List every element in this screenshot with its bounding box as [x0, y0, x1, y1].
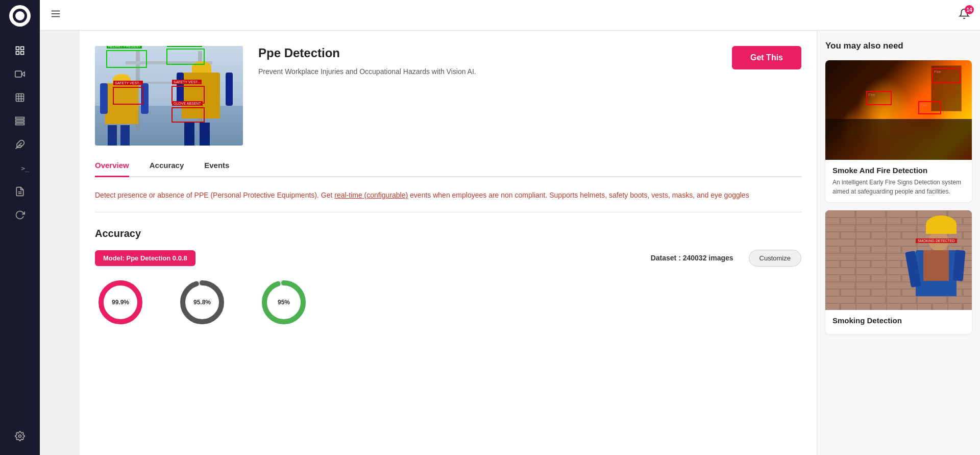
hamburger-button[interactable]	[50, 8, 61, 22]
sidebar-logo	[9, 5, 31, 27]
chart-item-3: 95%	[258, 277, 309, 328]
svg-rect-3	[21, 52, 24, 55]
suggestion-card-fire[interactable]: Fire Fire Fire Smoke And Fire Detection …	[825, 60, 972, 202]
accuracy-header: Model: Ppe Detection 0.0.8 Dataset : 240…	[95, 250, 801, 267]
main-area: HELMET PRESENT HELMET PRESENT SAFETY VES…	[80, 31, 980, 455]
worker-silhouette: SMOKING DETECTED	[900, 210, 972, 310]
svg-point-13	[19, 435, 21, 438]
dataset-info: Dataset : 240032 images	[651, 254, 733, 262]
sidebar-item-refresh[interactable]	[10, 205, 30, 225]
content-panel: HELMET PRESENT HELMET PRESENT SAFETY VES…	[80, 31, 817, 455]
logo-circle	[13, 9, 27, 23]
overview-text: Detect presence or absence of PPE (Perso…	[95, 189, 801, 212]
donut-1-label: 99.9%	[112, 299, 129, 306]
suggestion-1-name: Smoke And Fire Detection	[832, 166, 965, 175]
product-description: Prevent Workplace Injuries and Occupatio…	[258, 66, 717, 77]
tab-events[interactable]: Events	[204, 161, 229, 177]
sidebar-item-camera[interactable]	[10, 64, 30, 84]
tab-overview[interactable]: Overview	[95, 161, 129, 177]
chart-item-1: 99.9%	[95, 277, 146, 328]
suggestion-1-body: Smoke And Fire Detection An intelligent …	[825, 160, 972, 202]
realtime-link[interactable]: real-time (configurable)	[334, 191, 408, 199]
tab-accuracy[interactable]: Accuracy	[150, 161, 184, 177]
fire-box-2: Fire	[866, 91, 892, 105]
donut-1: 99.9%	[95, 277, 146, 328]
charts-row: 99.9% 95.8%	[95, 277, 801, 328]
chart-item-2: 95.8%	[177, 277, 228, 328]
product-info: Ppe Detection Prevent Workplace Injuries…	[258, 46, 717, 77]
svg-rect-4	[15, 71, 21, 77]
right-panel: You may also need Fire Fire Fire	[817, 31, 980, 455]
smoking-image: SMOKING DETECTED	[825, 210, 972, 310]
svg-rect-6	[16, 117, 24, 119]
svg-rect-5	[16, 94, 24, 102]
svg-rect-2	[16, 52, 19, 55]
sidebar-item-grid[interactable]	[10, 88, 30, 107]
sidebar: >_	[0, 0, 40, 455]
fire-image: Fire Fire Fire	[825, 60, 972, 160]
sidebar-item-terminal[interactable]	[10, 182, 30, 201]
suggestion-1-desc: An intelligent Early Fire Signs Detectio…	[832, 178, 965, 196]
notification-count: 14	[965, 5, 974, 14]
product-header: HELMET PRESENT HELMET PRESENT SAFETY VES…	[95, 46, 801, 146]
svg-rect-0	[16, 47, 19, 50]
product-image: HELMET PRESENT HELMET PRESENT SAFETY VES…	[95, 46, 243, 146]
sidebar-item-modules[interactable]	[10, 111, 30, 131]
sidebar-item-dashboard[interactable]	[10, 41, 30, 60]
product-title: Ppe Detection	[258, 46, 717, 60]
svg-rect-8	[16, 123, 24, 125]
suggestion-2-body: Smoking Detection	[825, 310, 972, 334]
model-badge: Model: Ppe Detection 0.0.8	[95, 250, 195, 266]
customize-button[interactable]: Customize	[749, 250, 801, 267]
accuracy-title: Accuracy	[95, 228, 801, 240]
fire-box-3: Fire	[918, 101, 941, 114]
right-panel-title: You may also need	[825, 41, 972, 51]
donut-3-label: 95%	[278, 299, 290, 306]
topbar: 14	[40, 0, 980, 31]
accuracy-section: Accuracy Model: Ppe Detection 0.0.8 Data…	[95, 228, 801, 328]
sidebar-item-puzzle[interactable]	[10, 135, 30, 154]
suggestion-card-smoking[interactable]: SMOKING DETECTED Smoking Detection	[825, 210, 972, 334]
get-this-button[interactable]: Get This	[732, 46, 801, 69]
svg-rect-7	[16, 120, 24, 122]
sidebar-item-settings[interactable]	[10, 426, 30, 446]
donut-2: 95.8%	[177, 277, 228, 328]
suggestion-2-name: Smoking Detection	[832, 316, 965, 325]
svg-rect-1	[21, 47, 24, 50]
donut-2-label: 95.8%	[193, 299, 211, 306]
sidebar-item-table[interactable]: >_	[10, 158, 30, 178]
product-tabs: Overview Accuracy Events	[95, 161, 801, 177]
fire-box-1: Fire	[932, 68, 961, 83]
notification-bell[interactable]: 14	[959, 8, 970, 22]
donut-3: 95%	[258, 277, 309, 328]
